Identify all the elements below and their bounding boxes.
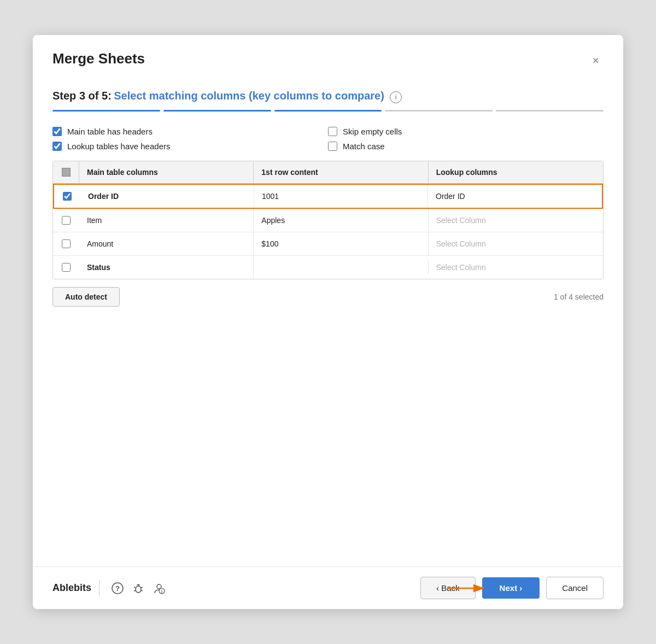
step-seg-3 [274,110,382,112]
bug-button[interactable] [128,580,149,596]
footer-actions: ‹ Back Next › Cancel [420,577,604,599]
table-row: Amount $100 Select Column [53,232,603,256]
row-4-main-col: Status [79,256,254,279]
auto-detect-row: Auto detect 1 of 4 selected [52,287,604,307]
step-link: Select matching columns (key columns to … [114,90,384,102]
row-2-checkbox-cell[interactable] [53,209,79,232]
row-4-first-row [254,260,428,274]
step-seg-4 [385,110,493,112]
options-col-left: Main table has headers Lookup tables hav… [52,127,328,151]
svg-point-2 [136,586,141,593]
cancel-button[interactable]: Cancel [546,577,604,599]
row-4-checkbox-cell[interactable] [53,256,79,279]
options-col-right: Skip empty cells Match case [328,127,604,151]
th-first-row: 1st row content [254,161,428,183]
row-3-checkbox-cell[interactable] [53,232,79,255]
row-4-lookup-col[interactable]: Select Column [429,256,603,279]
next-button[interactable]: Next › [482,577,540,599]
selected-count: 1 of 4 selected [554,292,604,301]
lookup-table-headers-checkbox[interactable] [52,142,62,151]
lookup-table-headers-label: Lookup tables have headers [67,142,170,151]
table-row: Status Select Column [53,256,603,279]
main-table-headers-label: Main table has headers [67,127,153,136]
svg-line-6 [134,590,136,591]
table-row: Order ID 1001 Order ID [53,184,603,209]
spacer [33,438,623,566]
back-button[interactable]: ‹ Back [420,577,476,599]
table-row: Item Apples Select Column [53,209,603,232]
merge-sheets-dialog: Merge Sheets × Step 3 of 5: Select match… [33,35,623,609]
columns-table: Main table columns 1st row content Looku… [52,161,604,279]
auto-detect-button[interactable]: Auto detect [52,287,120,307]
svg-line-5 [141,587,143,588]
match-case-label: Match case [343,142,385,151]
row-1-checkbox-cell[interactable] [54,185,80,208]
match-case-option[interactable]: Match case [328,142,604,151]
row-1-checkbox[interactable] [63,192,72,201]
step-progress [33,103,623,112]
lookup-table-headers-option[interactable]: Lookup tables have headers [52,142,328,151]
row-2-checkbox[interactable] [62,216,71,225]
row-2-lookup-col[interactable]: Select Column [429,209,603,232]
info-icon[interactable]: i [390,91,402,103]
row-2-first-row: Apples [254,209,428,232]
bug-icon [132,582,144,594]
main-table-headers-option[interactable]: Main table has headers [52,127,328,136]
th-select-all[interactable] [53,161,79,183]
step-label: Step 3 of 5: [52,90,112,102]
row-2-main-col: Item [79,209,254,232]
skip-empty-cells-checkbox[interactable] [328,127,337,136]
profile-button[interactable]: i [149,580,169,596]
svg-line-4 [134,587,136,588]
svg-text:i: i [161,589,163,594]
row-3-main-col: Amount [79,232,254,255]
content-area: Main table has headers Lookup tables hav… [33,117,623,439]
dialog-title: Merge Sheets [52,50,145,67]
skip-empty-cells-option[interactable]: Skip empty cells [328,127,604,136]
profile-icon: i [153,582,165,594]
row-3-first-row: $100 [254,232,428,255]
select-all-indicator [62,168,71,177]
question-icon: ? [112,582,124,594]
row-3-checkbox[interactable] [62,239,71,248]
row-3-lookup-col[interactable]: Select Column [429,232,603,255]
dialog-footer: Ablebits ? i [33,566,623,609]
row-4-checkbox[interactable] [62,263,71,272]
row-1-lookup-col: Order ID [428,185,602,208]
step-title-row: Step 3 of 5: Select matching columns (ke… [33,80,623,103]
svg-text:?: ? [115,584,120,593]
svg-line-7 [141,590,143,591]
step-seg-2 [163,110,271,112]
step-seg-5 [496,110,604,112]
th-main-col: Main table columns [79,161,254,183]
table-header-row: Main table columns 1st row content Looku… [53,161,603,184]
row-1-main-col: Order ID [80,185,254,208]
options-row: Main table has headers Lookup tables hav… [52,127,604,151]
match-case-checkbox[interactable] [328,142,337,151]
th-lookup-col: Lookup columns [429,161,603,183]
dialog-header: Merge Sheets × [33,35,623,80]
footer-separator [99,580,99,596]
step-seg-1 [52,110,160,112]
brand-label: Ablebits [52,582,91,594]
close-button[interactable]: × [588,51,604,70]
row-1-first-row: 1001 [254,185,428,208]
skip-empty-cells-label: Skip empty cells [343,127,402,136]
svg-point-8 [157,584,161,589]
help-button[interactable]: ? [107,580,128,596]
main-table-headers-checkbox[interactable] [52,127,62,136]
